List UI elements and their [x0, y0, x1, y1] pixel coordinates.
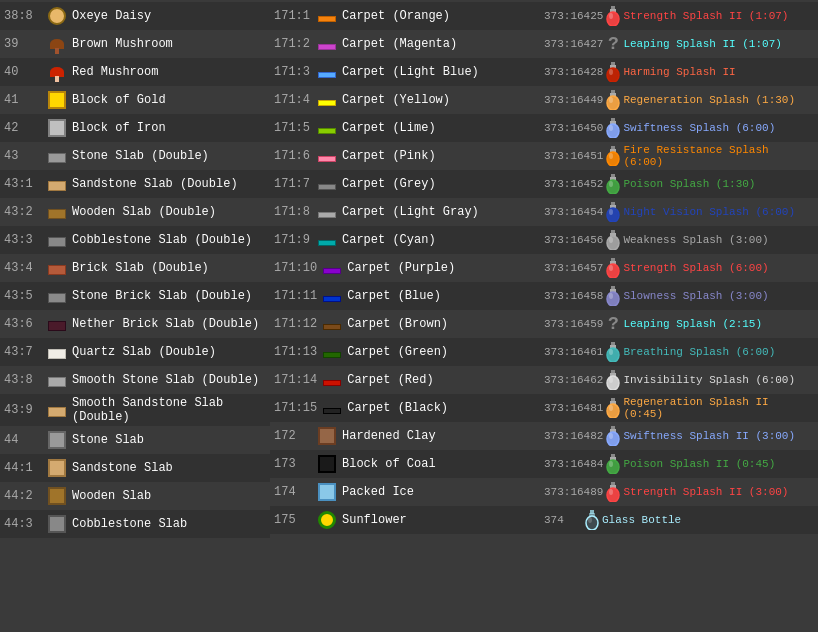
- potion-icon: [605, 230, 621, 250]
- table-row: 38:8Oxeye Daisy: [0, 2, 270, 30]
- potion-label: Strength Splash (6:00): [623, 262, 814, 274]
- item-id: 171:3: [274, 65, 312, 79]
- table-row: 171:2Carpet (Magenta): [270, 30, 540, 58]
- item-label: Sunflower: [342, 513, 536, 527]
- table-row: 43:6Nether Brick Slab (Double): [0, 310, 270, 338]
- item-label: Cobblestone Slab (Double): [72, 233, 266, 247]
- item-label: Block of Coal: [342, 457, 536, 471]
- potion-icon: [605, 258, 621, 278]
- item-icon: [46, 257, 68, 279]
- item-icon: [46, 285, 68, 307]
- item-icon: [46, 457, 68, 479]
- table-row: 43:8Smooth Stone Slab (Double): [0, 366, 270, 394]
- item-label: Carpet (Brown): [347, 317, 536, 331]
- item-icon: [316, 481, 338, 503]
- table-row: 171:12Carpet (Brown): [270, 310, 540, 338]
- item-label: Carpet (Black): [347, 401, 536, 415]
- table-row: 373:16457 Strength Splash (6:00): [540, 254, 818, 282]
- svg-point-59: [609, 377, 613, 383]
- item-label: Carpet (Red): [347, 373, 536, 387]
- item-id: 373:16450: [544, 122, 603, 134]
- table-row: 373:16482 Swiftness Splash II (3:00): [540, 422, 818, 450]
- svg-point-83: [588, 517, 592, 523]
- item-id: 171:9: [274, 233, 312, 247]
- potion-icon: [605, 6, 621, 26]
- table-row: 171:11Carpet (Blue): [270, 282, 540, 310]
- table-row: 171:13Carpet (Green): [270, 338, 540, 366]
- potion-icon: [605, 426, 621, 446]
- item-id: 373:16454: [544, 206, 603, 218]
- item-icon: [316, 509, 338, 531]
- item-icon: [316, 117, 338, 139]
- item-id: 43:3: [4, 233, 42, 247]
- item-id: 373:16452: [544, 178, 603, 190]
- table-row: 171:14Carpet (Red): [270, 366, 540, 394]
- item-icon: [321, 369, 343, 391]
- table-row: 373:16425 Strength Splash II (1:07): [540, 2, 818, 30]
- item-id: 38:8: [4, 9, 42, 23]
- item-label: Carpet (Green): [347, 345, 536, 359]
- item-label: Carpet (Light Gray): [342, 205, 536, 219]
- svg-point-74: [609, 461, 613, 467]
- item-icon: [46, 173, 68, 195]
- table-row: 373:16481 Regeneration Splash II (0:45): [540, 394, 818, 422]
- item-label: Carpet (Blue): [347, 289, 536, 303]
- item-icon: [46, 369, 68, 391]
- potion-label: Swiftness Splash (6:00): [623, 122, 814, 134]
- potion-label: Leaping Splash II (1:07): [623, 38, 814, 50]
- item-id: 174: [274, 485, 312, 499]
- svg-point-44: [609, 265, 613, 271]
- item-id: 373:16427: [544, 38, 603, 50]
- item-icon: [46, 89, 68, 111]
- potion-label: Fire Resistance Splash (6:00): [623, 144, 814, 168]
- table-row: 174Packed Ice: [270, 478, 540, 506]
- item-label: Carpet (Grey): [342, 177, 536, 191]
- item-id: 43:4: [4, 261, 42, 275]
- potion-icon: [605, 482, 621, 502]
- item-label: Oxeye Daisy: [72, 9, 266, 23]
- item-label: Nether Brick Slab (Double): [72, 317, 266, 331]
- potion-icon: [605, 286, 621, 306]
- potion-label: Poison Splash (1:30): [623, 178, 814, 190]
- table-row: 43:9Smooth Sandstone Slab (Double): [0, 394, 270, 426]
- table-row: 171:6Carpet (Pink): [270, 142, 540, 170]
- table-row: 373:16428 Harming Splash II: [540, 58, 818, 86]
- item-label: Stone Slab: [72, 433, 266, 447]
- item-icon: [316, 145, 338, 167]
- item-icon: [316, 61, 338, 83]
- item-icon: [321, 285, 343, 307]
- item-icon: [316, 425, 338, 447]
- item-label: Sandstone Slab: [72, 461, 266, 475]
- item-id: 44: [4, 433, 42, 447]
- table-row: 43:1Sandstone Slab (Double): [0, 170, 270, 198]
- potion-icon: [605, 370, 621, 390]
- table-row: 43:7Quartz Slab (Double): [0, 338, 270, 366]
- item-icon: [46, 341, 68, 363]
- item-icon: [46, 117, 68, 139]
- item-id: 373:16489: [544, 486, 603, 498]
- item-label: Carpet (Lime): [342, 121, 536, 135]
- table-row: 171:8Carpet (Light Gray): [270, 198, 540, 226]
- table-row: 373:16450 Swiftness Splash (6:00): [540, 114, 818, 142]
- item-id: 43:7: [4, 345, 42, 359]
- item-label: Carpet (Yellow): [342, 93, 536, 107]
- item-icon: [321, 341, 343, 363]
- table-row: 43:5Stone Brick Slab (Double): [0, 282, 270, 310]
- item-id: 171:2: [274, 37, 312, 51]
- svg-point-29: [609, 181, 613, 187]
- table-row: 43:4Brick Slab (Double): [0, 254, 270, 282]
- table-row: 373:16461 Breathing Splash (6:00): [540, 338, 818, 366]
- item-icon: [46, 5, 68, 27]
- table-row: 42Block of Iron: [0, 114, 270, 142]
- item-id: 43:5: [4, 289, 42, 303]
- potion-label: Harming Splash II: [623, 66, 814, 78]
- item-label: Packed Ice: [342, 485, 536, 499]
- item-icon: [46, 513, 68, 535]
- item-icon: [46, 399, 68, 421]
- item-label: Smooth Stone Slab (Double): [72, 373, 266, 387]
- table-row: 171:15Carpet (Black): [270, 394, 540, 422]
- potion-label: Leaping Splash (2:15): [623, 318, 814, 330]
- item-icon: [46, 429, 68, 451]
- potion-label: Invisibility Splash (6:00): [623, 374, 814, 386]
- item-label: Hardened Clay: [342, 429, 536, 443]
